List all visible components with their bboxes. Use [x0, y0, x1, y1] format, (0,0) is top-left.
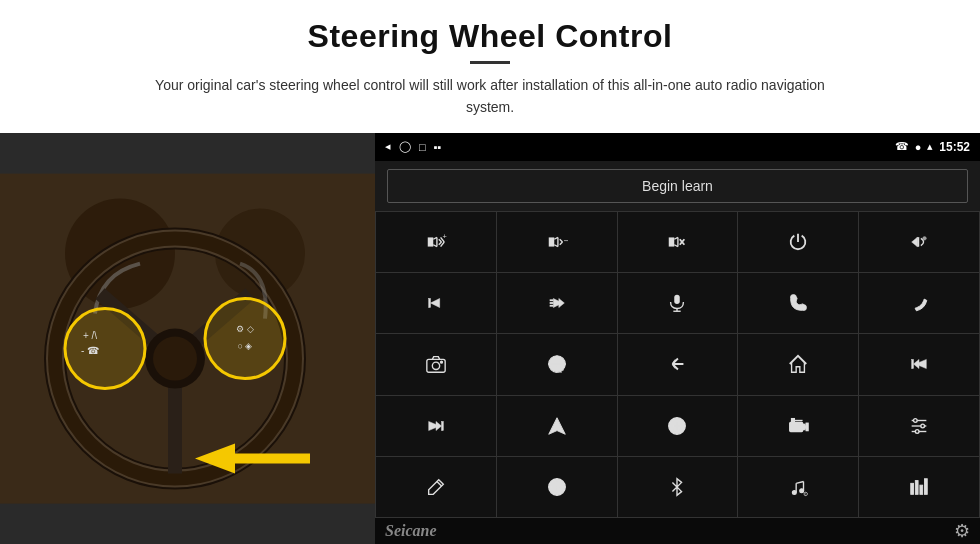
- mute-button[interactable]: [618, 212, 738, 272]
- svg-point-55: [432, 363, 439, 370]
- gear-icon[interactable]: ⚙: [954, 520, 970, 542]
- subtitle: Your original car's steering wheel contr…: [140, 74, 840, 119]
- header-section: Steering Wheel Control Your original car…: [0, 0, 980, 129]
- svg-text:+: +: [442, 232, 446, 241]
- svg-marker-18: [428, 237, 434, 246]
- back-nav-button[interactable]: [618, 334, 738, 394]
- vol-up-button[interactable]: +: [376, 212, 496, 272]
- svg-marker-50: [559, 299, 565, 308]
- radio-button[interactable]: [738, 396, 858, 456]
- prev-track-phone-button[interactable]: [859, 212, 979, 272]
- svg-line-22: [439, 239, 442, 242]
- bottom-bar: Seicane ⚙: [375, 518, 980, 544]
- camera-button[interactable]: [376, 334, 496, 394]
- svg-marker-68: [548, 417, 565, 434]
- svg-point-81: [914, 418, 918, 422]
- settings-sliders-button[interactable]: [859, 396, 979, 456]
- svg-point-11: [65, 308, 145, 388]
- home-circle-icon[interactable]: ◯: [399, 140, 411, 153]
- svg-marker-45: [430, 299, 439, 308]
- signal-icon: ▪▪: [434, 141, 442, 153]
- svg-point-86: [555, 485, 559, 489]
- svg-text:⚙  ◇: ⚙ ◇: [236, 323, 254, 333]
- home-button[interactable]: [738, 334, 858, 394]
- music-button[interactable]: ⚙: [738, 457, 858, 517]
- skip-back-button[interactable]: [859, 334, 979, 394]
- svg-point-10: [153, 336, 197, 380]
- status-bar: ◂ ◯ □ ▪▪ ☎ ● ▴ 15:52: [375, 133, 980, 161]
- svg-text:-  ☎: - ☎: [81, 344, 99, 355]
- seicane-logo: Seicane: [385, 522, 437, 540]
- vol-down-button[interactable]: −: [497, 212, 617, 272]
- controls-grid: + −: [375, 211, 980, 518]
- svg-point-14: [205, 298, 285, 378]
- svg-point-82: [921, 424, 925, 428]
- equalizer-bars-button[interactable]: [859, 457, 979, 517]
- hang-up-button[interactable]: [859, 273, 979, 333]
- begin-learn-section: Begin learn: [375, 161, 980, 211]
- status-right: ☎ ● ▴ 15:52: [895, 140, 970, 154]
- mic-button[interactable]: [618, 273, 738, 333]
- back-icon[interactable]: ◂: [385, 140, 391, 153]
- svg-rect-42: [917, 237, 919, 246]
- svg-point-56: [440, 362, 442, 364]
- bluetooth-button[interactable]: [618, 457, 738, 517]
- svg-line-23: [439, 242, 442, 245]
- content-section: + /\ - ☎ ⚙ ◇ ○ ◈ ◂ ◯: [0, 133, 980, 544]
- wifi-icon: ▴: [927, 140, 933, 153]
- svg-marker-34: [669, 237, 675, 246]
- svg-line-31: [559, 239, 562, 242]
- svg-rect-99: [920, 485, 923, 494]
- page-title: Steering Wheel Control: [40, 18, 940, 55]
- phone-status-icon: ☎: [895, 140, 909, 153]
- svg-rect-100: [925, 479, 928, 495]
- svg-rect-74: [792, 418, 795, 422]
- steering-wheel-image: + /\ - ☎ ⚙ ◇ ○ ◈: [0, 133, 375, 544]
- svg-marker-64: [914, 360, 920, 369]
- right-panel: ◂ ◯ □ ▪▪ ☎ ● ▴ 15:52: [375, 133, 980, 544]
- svg-text:○  ◈: ○ ◈: [238, 340, 253, 350]
- navigate-button[interactable]: [497, 396, 617, 456]
- recents-icon[interactable]: □: [419, 141, 426, 153]
- svg-rect-67: [441, 421, 443, 430]
- eq-button[interactable]: [618, 396, 738, 456]
- status-left: ◂ ◯ □ ▪▪: [385, 140, 441, 153]
- next-track-button[interactable]: [376, 273, 496, 333]
- phone-button[interactable]: [738, 273, 858, 333]
- svg-line-95: [796, 481, 803, 483]
- svg-point-83: [915, 429, 919, 433]
- svg-text:−: −: [563, 236, 568, 246]
- page-wrapper: Steering Wheel Control Your original car…: [0, 0, 980, 544]
- svg-marker-66: [436, 421, 442, 430]
- svg-line-32: [559, 242, 562, 245]
- svg-marker-27: [548, 237, 554, 246]
- fast-forward-button[interactable]: [497, 273, 617, 333]
- svg-text:+  /\: + /\: [83, 329, 97, 340]
- svg-rect-77: [807, 423, 809, 430]
- svg-text:360°: 360°: [554, 370, 564, 375]
- skip-forward-button[interactable]: [376, 396, 496, 456]
- view-360-button[interactable]: 360°: [497, 334, 617, 394]
- svg-rect-51: [675, 295, 681, 304]
- status-time: 15:52: [939, 140, 970, 154]
- compass-button[interactable]: [497, 457, 617, 517]
- svg-text:⚙: ⚙: [803, 491, 808, 497]
- title-divider: [470, 61, 510, 64]
- svg-rect-98: [915, 480, 918, 494]
- svg-point-43: [923, 236, 927, 240]
- begin-learn-button[interactable]: Begin learn: [387, 169, 968, 203]
- left-panel: + /\ - ☎ ⚙ ◇ ○ ◈: [0, 133, 375, 544]
- svg-marker-41: [912, 237, 918, 246]
- svg-rect-97: [911, 483, 914, 494]
- pen-button[interactable]: [376, 457, 496, 517]
- location-icon: ●: [915, 141, 922, 153]
- power-button[interactable]: [738, 212, 858, 272]
